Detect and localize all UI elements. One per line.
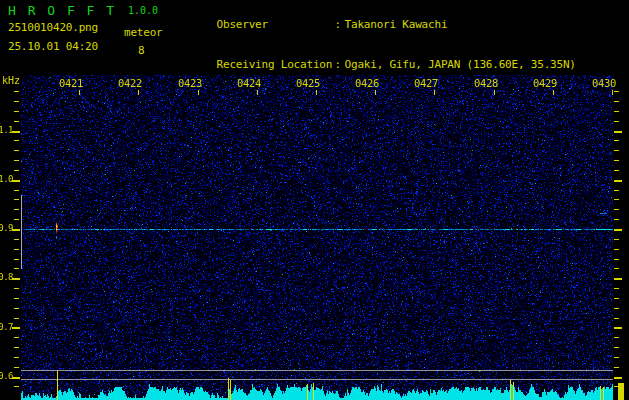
x-tick-label: 0430	[592, 78, 616, 89]
x-tick-label: 0421	[59, 78, 83, 89]
hrofft-output-screen: H R O F F T 1.0.0 2510010420.png meteor …	[0, 0, 629, 400]
info-colon: :	[335, 58, 345, 72]
output-filename: 2510010420.png	[8, 22, 98, 33]
x-tick-label: 0424	[237, 78, 261, 89]
echo-count: 8	[138, 45, 144, 56]
x-tick-label: 0426	[355, 78, 379, 89]
y-tick-label: 0.6	[0, 371, 13, 381]
info-value: Takanori Kawachi	[345, 18, 448, 31]
info-label: Observer	[217, 18, 335, 32]
app-title: H R O F F T	[8, 4, 116, 17]
x-tick-label: 0423	[178, 78, 202, 89]
x-tick-label: 0422	[118, 78, 142, 89]
x-tick-label: 0427	[414, 78, 438, 89]
timestamp: 25.10.01 04:20	[8, 41, 98, 52]
y-tick-label: 0.9	[0, 223, 13, 233]
y-tick-label: 1.0	[0, 174, 13, 184]
info-label: Receiving Location	[217, 58, 335, 72]
info-colon: :	[335, 18, 345, 32]
y-axis-unit: kHz	[2, 76, 20, 86]
x-tick-label: 0425	[296, 78, 320, 89]
x-tick-label: 0429	[533, 78, 557, 89]
spectrogram-canvas	[0, 75, 629, 400]
x-tick-label: 0428	[474, 78, 498, 89]
info-row-observer: Observer:Takanori Kawachi	[178, 4, 576, 45]
info-value: Ogaki, Gifu, JAPAN (136.60E, 35.35N)	[345, 58, 576, 71]
y-tick-label: 0.7	[0, 322, 13, 332]
y-tick-label: 1.1	[0, 125, 13, 135]
app-version: 1.0.0	[128, 6, 158, 16]
mode-label: meteor	[124, 27, 163, 38]
y-tick-label: 0.8	[0, 272, 13, 282]
